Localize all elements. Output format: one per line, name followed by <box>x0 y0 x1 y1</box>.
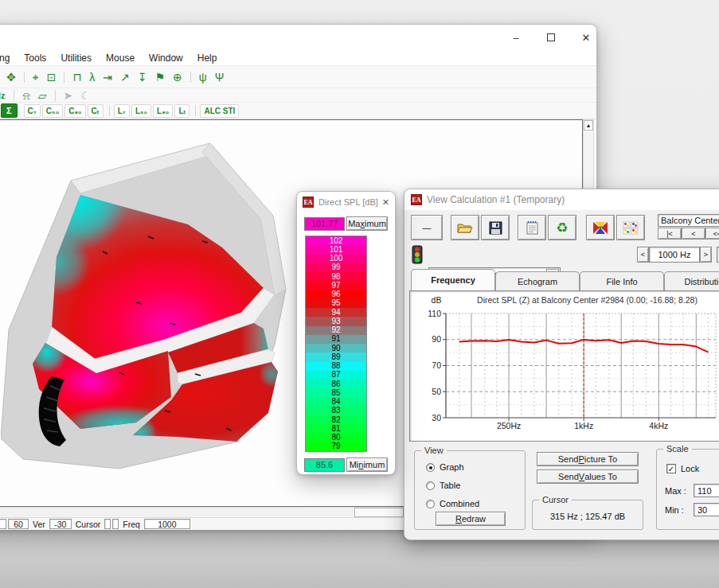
scale-band-86: 86 <box>306 380 366 388</box>
calc-window-title: View Calculation #1 (Temporary) <box>427 194 565 205</box>
walker-icon[interactable]: λ <box>85 72 99 83</box>
multi-mapping-icon <box>623 221 639 235</box>
sigma-button[interactable]: Σ <box>1 103 18 118</box>
close-icon[interactable]: ✕ <box>382 197 389 208</box>
probe-position-field[interactable]: Balcony Center #2984 <box>658 214 719 227</box>
scale-band-80: 80 <box>306 434 366 442</box>
notes-button[interactable] <box>518 215 546 240</box>
menu-item-tools[interactable]: Tools <box>17 53 53 64</box>
measure-button-l₇[interactable]: L₇ <box>114 104 130 118</box>
scale-band-87: 87 <box>306 371 366 380</box>
room-object-icon[interactable]: ⊓ <box>68 72 85 83</box>
scroll-up-icon[interactable]: ▲ <box>584 120 593 130</box>
pan-icon[interactable]: ✥ <box>2 72 20 83</box>
frequency-graph-panel[interactable]: 11090705030250Hz1kHz4kHzDirect SPL (Z) a… <box>409 290 719 442</box>
minimize-icon[interactable]: – <box>498 26 533 49</box>
freq-next-button[interactable]: > <box>700 247 712 263</box>
pointer-icon: ➤ <box>60 90 77 101</box>
multimap-button[interactable] <box>616 215 645 240</box>
toolbar-measures: Σ C₇C₅₀C₈₀CₜL₇L₅₀L₈₀LₜALC STI <box>0 102 596 119</box>
redraw-button[interactable]: Redraw <box>436 512 506 526</box>
maximum-button[interactable]: Maximum <box>346 216 388 231</box>
hscroll-thumb[interactable] <box>354 508 404 517</box>
close-icon[interactable]: ✕ <box>569 26 604 49</box>
max-field[interactable]: 110 <box>694 484 719 497</box>
loudspeaker-icon[interactable]: ⍾ <box>18 90 33 101</box>
scale-band-82: 82 <box>306 415 366 424</box>
measure-button-lₜ[interactable]: Lₜ <box>174 104 190 118</box>
lock-checkbox[interactable]: ✓ Lock <box>666 464 699 473</box>
statusbar-field[interactable]: -30 <box>49 519 72 529</box>
hz-button[interactable]: Hz <box>0 91 10 100</box>
open-button[interactable] <box>451 215 479 240</box>
fit-view-icon[interactable]: ⊕ <box>169 72 186 83</box>
flag-icon[interactable]: ⚑ <box>151 72 170 83</box>
measure-button-cₜ[interactable]: Cₜ <box>88 104 104 118</box>
statusbar-field[interactable]: 1000 <box>144 519 190 529</box>
frequency-field[interactable]: 1000 Hz <box>649 247 700 263</box>
enter-room-icon[interactable]: ⇥ <box>99 72 116 83</box>
statusbar-field[interactable]: 60 <box>8 519 29 529</box>
measure-button-c₅₀[interactable]: C₅₀ <box>42 104 63 118</box>
tab-echogram[interactable]: Echogram <box>495 271 580 290</box>
measure-button-l₈₀[interactable]: L₈₀ <box>153 104 173 118</box>
max-label: Max : <box>665 486 686 496</box>
recycle-button[interactable]: ♻ <box>548 215 576 240</box>
probe-nav-button-1[interactable]: < <box>682 228 705 239</box>
radio-dot-icon <box>426 500 435 508</box>
measure-button-alc-sti[interactable]: ALC STI <box>200 104 239 118</box>
antenna-a-icon[interactable]: ψ <box>195 72 211 83</box>
radio-graph[interactable]: Graph <box>426 462 479 472</box>
statusbar-field[interactable] <box>0 519 6 529</box>
frequency-chart[interactable]: 11090705030250Hz1kHz4kHzDirect SPL (Z) a… <box>410 291 719 441</box>
min-value-box: 85.6 <box>304 458 345 472</box>
send-picture-button[interactable]: Send Picture To <box>537 452 639 466</box>
toolbar-separator <box>64 72 64 83</box>
y-tick-label: 110 <box>428 309 441 318</box>
max-value-box: 101.77 <box>304 217 345 231</box>
menu-item-utilities[interactable]: Utilities <box>53 53 99 64</box>
collapse-button[interactable]: — <box>411 215 443 240</box>
tab-file-info[interactable]: File Info <box>580 271 664 290</box>
measure-button-c₈₀[interactable]: C₈₀ <box>64 104 85 118</box>
view-group: View GraphTableCombined Redraw <box>414 450 526 530</box>
ear-icon: ☾ <box>76 90 95 101</box>
radio-table[interactable]: Table <box>426 481 479 490</box>
probe-nav-button-0[interactable]: |< <box>658 228 682 239</box>
save-button[interactable] <box>481 215 510 240</box>
y-tick-label: 30 <box>432 413 441 423</box>
pick-window-icon[interactable]: ↗ <box>116 72 134 83</box>
zoom-window-icon[interactable]: ⌖ <box>29 72 43 83</box>
zoom-all-icon[interactable]: ⊡ <box>43 72 61 83</box>
scale-band-83: 83 <box>306 407 366 415</box>
min-field[interactable]: 30 <box>694 503 719 516</box>
measure-button-c₇[interactable]: C₇ <box>24 104 41 118</box>
menu-item-partial[interactable]: ng <box>0 53 17 64</box>
area-icon[interactable]: ▱ <box>34 90 51 101</box>
y-axis-label: dB <box>432 295 442 305</box>
menu-item-window[interactable]: Window <box>142 53 190 64</box>
menu-item-mouse[interactable]: Mouse <box>99 53 142 64</box>
freq-prev-button[interactable]: < <box>637 247 649 263</box>
statusbar-field[interactable] <box>112 519 119 529</box>
scale-band-92: 92 <box>306 326 366 335</box>
minimum-button[interactable]: Minimum <box>346 458 388 472</box>
min-label: Min : <box>665 505 684 515</box>
scale-band-91: 91 <box>306 335 366 344</box>
antenna-b-icon[interactable]: Ψ <box>211 72 229 83</box>
drop-object-icon[interactable]: ↧ <box>134 72 151 83</box>
radio-combined[interactable]: Combined <box>426 499 479 508</box>
tab-distribution[interactable]: Distribution <box>664 271 719 290</box>
probe-nav-button-2[interactable]: << <box>705 228 719 239</box>
statusbar-field[interactable] <box>104 519 111 529</box>
color-scale: 1021011009998979695949392919089888786858… <box>305 236 367 452</box>
menu-item-help[interactable]: Help <box>190 53 225 64</box>
measure-button-l₅₀[interactable]: L₅₀ <box>131 104 151 118</box>
tab-frequency[interactable]: Frequency <box>411 269 495 290</box>
x-tick-label: 4kHz <box>649 421 668 430</box>
cursor-group-label: Cursor <box>539 495 572 504</box>
map-button[interactable] <box>586 215 615 240</box>
send-values-button[interactable]: Send Values To <box>537 469 639 484</box>
maximize-icon[interactable] <box>533 26 569 49</box>
calc-window: EA View Calculation #1 (Temporary) — <box>404 189 719 540</box>
